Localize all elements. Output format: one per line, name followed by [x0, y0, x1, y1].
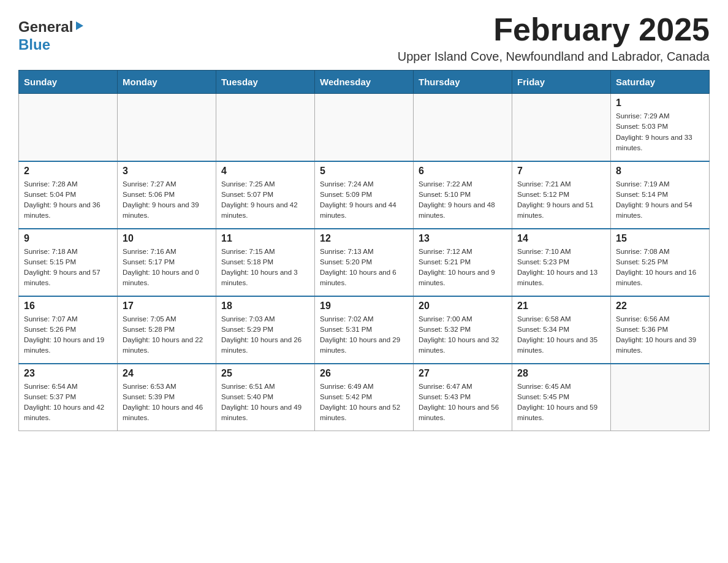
col-thursday: Thursday — [414, 71, 512, 94]
day-info: Sunrise: 7:25 AMSunset: 5:07 PMDaylight:… — [221, 179, 309, 221]
day-number: 2 — [24, 166, 112, 177]
calendar-cell — [512, 94, 611, 161]
logo-blue-text: Blue — [18, 36, 50, 53]
day-number: 5 — [320, 166, 408, 177]
day-info: Sunrise: 7:03 AMSunset: 5:29 PMDaylight:… — [221, 314, 309, 356]
week-row-5: 23Sunrise: 6:54 AMSunset: 5:37 PMDayligh… — [19, 364, 710, 431]
day-number: 18 — [221, 301, 309, 312]
day-number: 11 — [221, 233, 309, 244]
day-info: Sunrise: 7:29 AMSunset: 5:03 PMDaylight:… — [616, 111, 704, 153]
calendar-cell: 24Sunrise: 6:53 AMSunset: 5:39 PMDayligh… — [118, 364, 216, 431]
week-row-3: 9Sunrise: 7:18 AMSunset: 5:15 PMDaylight… — [19, 229, 710, 296]
calendar-cell: 16Sunrise: 7:07 AMSunset: 5:26 PMDayligh… — [19, 296, 118, 364]
day-number: 1 — [616, 98, 704, 109]
calendar-cell: 17Sunrise: 7:05 AMSunset: 5:28 PMDayligh… — [118, 296, 216, 364]
day-number: 13 — [419, 233, 507, 244]
day-info: Sunrise: 6:51 AMSunset: 5:40 PMDaylight:… — [221, 381, 309, 424]
calendar-header-row: Sunday Monday Tuesday Wednesday Thursday… — [19, 71, 710, 94]
col-friday: Friday — [512, 71, 611, 94]
calendar-cell: 1Sunrise: 7:29 AMSunset: 5:03 PMDaylight… — [611, 94, 710, 161]
col-tuesday: Tuesday — [216, 71, 315, 94]
day-number: 15 — [616, 233, 704, 244]
day-number: 6 — [419, 166, 507, 177]
calendar-cell — [611, 364, 710, 431]
day-number: 17 — [123, 301, 211, 312]
day-info: Sunrise: 6:56 AMSunset: 5:36 PMDaylight:… — [616, 314, 704, 356]
calendar-cell — [216, 94, 315, 161]
calendar-cell: 12Sunrise: 7:13 AMSunset: 5:20 PMDayligh… — [315, 229, 414, 296]
day-number: 12 — [320, 233, 408, 244]
day-number: 4 — [221, 166, 309, 177]
day-number: 8 — [616, 166, 704, 177]
day-info: Sunrise: 6:47 AMSunset: 5:43 PMDaylight:… — [419, 381, 507, 424]
calendar-cell: 2Sunrise: 7:28 AMSunset: 5:04 PMDaylight… — [19, 161, 118, 229]
logo: General Blue — [18, 12, 85, 54]
week-row-2: 2Sunrise: 7:28 AMSunset: 5:04 PMDaylight… — [19, 161, 710, 229]
day-info: Sunrise: 7:10 AMSunset: 5:23 PMDaylight:… — [517, 247, 605, 289]
day-number: 26 — [320, 368, 408, 379]
calendar-cell: 18Sunrise: 7:03 AMSunset: 5:29 PMDayligh… — [216, 296, 315, 364]
calendar-cell: 25Sunrise: 6:51 AMSunset: 5:40 PMDayligh… — [216, 364, 315, 431]
day-number: 14 — [517, 233, 605, 244]
day-number: 3 — [123, 166, 211, 177]
calendar-cell: 7Sunrise: 7:21 AMSunset: 5:12 PMDaylight… — [512, 161, 611, 229]
calendar-cell: 3Sunrise: 7:27 AMSunset: 5:06 PMDaylight… — [118, 161, 216, 229]
day-info: Sunrise: 6:54 AMSunset: 5:37 PMDaylight:… — [24, 381, 112, 424]
day-number: 20 — [419, 301, 507, 312]
calendar-cell: 26Sunrise: 6:49 AMSunset: 5:42 PMDayligh… — [315, 364, 414, 431]
calendar-cell: 8Sunrise: 7:19 AMSunset: 5:14 PMDaylight… — [611, 161, 710, 229]
day-info: Sunrise: 7:07 AMSunset: 5:26 PMDaylight:… — [24, 314, 112, 356]
calendar-cell: 5Sunrise: 7:24 AMSunset: 5:09 PMDaylight… — [315, 161, 414, 229]
day-number: 23 — [24, 368, 112, 379]
page-header: General Blue February 2025 Upper Island … — [18, 12, 710, 64]
calendar-cell: 13Sunrise: 7:12 AMSunset: 5:21 PMDayligh… — [414, 229, 512, 296]
day-info: Sunrise: 7:18 AMSunset: 5:15 PMDaylight:… — [24, 247, 112, 289]
location-subtitle: Upper Island Cove, Newfoundland and Labr… — [398, 50, 710, 64]
calendar-cell: 9Sunrise: 7:18 AMSunset: 5:15 PMDaylight… — [19, 229, 118, 296]
day-number: 25 — [221, 368, 309, 379]
calendar-cell: 27Sunrise: 6:47 AMSunset: 5:43 PMDayligh… — [414, 364, 512, 431]
calendar-cell: 23Sunrise: 6:54 AMSunset: 5:37 PMDayligh… — [19, 364, 118, 431]
day-info: Sunrise: 6:49 AMSunset: 5:42 PMDaylight:… — [320, 381, 408, 424]
col-wednesday: Wednesday — [315, 71, 414, 94]
calendar-cell — [118, 94, 216, 161]
month-year-title: February 2025 — [398, 12, 710, 47]
calendar-cell: 20Sunrise: 7:00 AMSunset: 5:32 PMDayligh… — [414, 296, 512, 364]
day-info: Sunrise: 7:13 AMSunset: 5:20 PMDaylight:… — [320, 247, 408, 289]
calendar-cell: 21Sunrise: 6:58 AMSunset: 5:34 PMDayligh… — [512, 296, 611, 364]
title-block: February 2025 Upper Island Cove, Newfoun… — [398, 12, 710, 64]
calendar-cell: 28Sunrise: 6:45 AMSunset: 5:45 PMDayligh… — [512, 364, 611, 431]
day-info: Sunrise: 6:58 AMSunset: 5:34 PMDaylight:… — [517, 314, 605, 356]
day-info: Sunrise: 7:27 AMSunset: 5:06 PMDaylight:… — [123, 179, 211, 221]
day-number: 19 — [320, 301, 408, 312]
day-info: Sunrise: 7:15 AMSunset: 5:18 PMDaylight:… — [221, 247, 309, 289]
calendar-table: Sunday Monday Tuesday Wednesday Thursday… — [18, 70, 710, 431]
calendar-cell: 22Sunrise: 6:56 AMSunset: 5:36 PMDayligh… — [611, 296, 710, 364]
day-info: Sunrise: 7:08 AMSunset: 5:25 PMDaylight:… — [616, 247, 704, 289]
day-number: 16 — [24, 301, 112, 312]
day-number: 27 — [419, 368, 507, 379]
week-row-4: 16Sunrise: 7:07 AMSunset: 5:26 PMDayligh… — [19, 296, 710, 364]
calendar-cell: 19Sunrise: 7:02 AMSunset: 5:31 PMDayligh… — [315, 296, 414, 364]
day-info: Sunrise: 7:21 AMSunset: 5:12 PMDaylight:… — [517, 179, 605, 221]
calendar-cell: 4Sunrise: 7:25 AMSunset: 5:07 PMDaylight… — [216, 161, 315, 229]
day-number: 9 — [24, 233, 112, 244]
col-sunday: Sunday — [19, 71, 118, 94]
day-info: Sunrise: 6:45 AMSunset: 5:45 PMDaylight:… — [517, 381, 605, 424]
calendar-cell — [315, 94, 414, 161]
svg-marker-0 — [76, 21, 83, 30]
day-info: Sunrise: 7:28 AMSunset: 5:04 PMDaylight:… — [24, 179, 112, 221]
day-info: Sunrise: 7:22 AMSunset: 5:10 PMDaylight:… — [419, 179, 507, 221]
day-number: 7 — [517, 166, 605, 177]
day-info: Sunrise: 7:16 AMSunset: 5:17 PMDaylight:… — [123, 247, 211, 289]
day-info: Sunrise: 7:12 AMSunset: 5:21 PMDaylight:… — [419, 247, 507, 289]
week-row-1: 1Sunrise: 7:29 AMSunset: 5:03 PMDaylight… — [19, 94, 710, 161]
day-number: 24 — [123, 368, 211, 379]
day-info: Sunrise: 7:24 AMSunset: 5:09 PMDaylight:… — [320, 179, 408, 221]
calendar-cell: 15Sunrise: 7:08 AMSunset: 5:25 PMDayligh… — [611, 229, 710, 296]
day-number: 21 — [517, 301, 605, 312]
day-info: Sunrise: 7:19 AMSunset: 5:14 PMDaylight:… — [616, 179, 704, 221]
day-number: 28 — [517, 368, 605, 379]
day-number: 22 — [616, 301, 704, 312]
calendar-cell: 14Sunrise: 7:10 AMSunset: 5:23 PMDayligh… — [512, 229, 611, 296]
